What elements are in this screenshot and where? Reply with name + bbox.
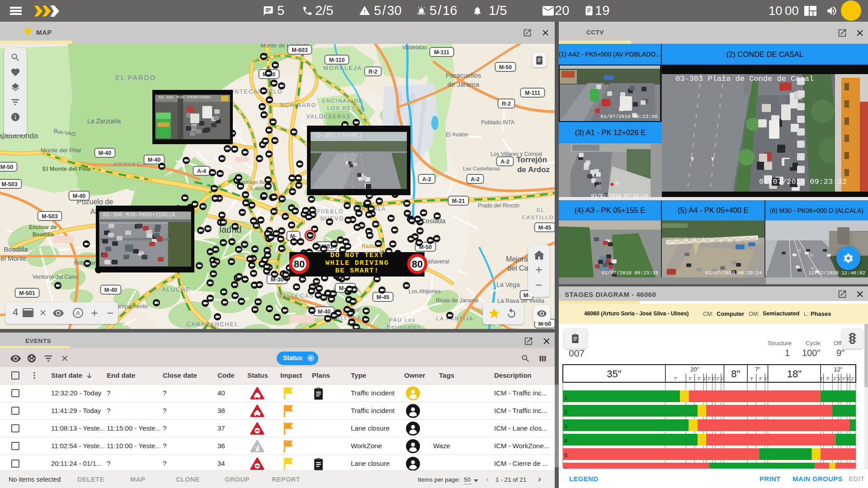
- svg-text:M-110: M-110: [329, 57, 345, 63]
- svg-text:Torrejón: Torrejón: [516, 155, 547, 164]
- svg-text:BE SMART!: BE SMART!: [335, 267, 379, 275]
- svg-text:2: 2: [564, 408, 567, 415]
- svg-text:3": 3": [697, 376, 701, 381]
- svg-text:R-2: R-2: [368, 69, 377, 75]
- svg-text:A: A: [76, 310, 80, 316]
- svg-text:Prado del Rincón: Prado del Rincón: [478, 202, 519, 209]
- svg-text:CARABANCHEL: CARABANCHEL: [186, 321, 239, 328]
- svg-text:M-40: M-40: [73, 193, 86, 199]
- svg-text:3": 3": [826, 376, 830, 381]
- svg-text:VALLECAS: VALLECAS: [278, 293, 314, 299]
- svg-text:Berrocales: Berrocales: [387, 324, 421, 329]
- svg-text:18": 18": [787, 368, 802, 380]
- svg-text:M-50: M-50: [0, 164, 14, 170]
- svg-text:La Vega: La Vega: [496, 281, 520, 288]
- svg-text:3": 3": [759, 376, 763, 381]
- svg-text:1: 1: [564, 394, 567, 401]
- svg-text:Paracuellos: Paracuellos: [446, 71, 481, 79]
- svg-text:M-111: M-111: [434, 49, 449, 56]
- svg-text:M-30: M-30: [271, 277, 284, 283]
- svg-text:Poblado INTA: Poblado INTA: [481, 119, 514, 126]
- svg-text:de Jarama: de Jarama: [448, 80, 480, 88]
- svg-text:NCHINARO: NCHINARO: [280, 102, 316, 108]
- svg-text:Boadilla: Boadilla: [33, 231, 54, 238]
- svg-text:El Monte del Pilar: El Monte del Pilar: [42, 165, 91, 172]
- svg-text:DO NOT TEXT: DO NOT TEXT: [330, 251, 384, 259]
- svg-text:A-2: A-2: [414, 197, 418, 198]
- svg-text:3": 3": [689, 376, 692, 381]
- svg-text:VALDEBEBAS: VALDEBEBAS: [307, 113, 351, 120]
- svg-text:3: 3: [564, 423, 567, 430]
- svg-text:Ventorro del Cano: Ventorro del Cano: [33, 274, 78, 280]
- svg-text:La Zarzuela: La Zarzuela: [87, 117, 121, 125]
- svg-text:Rivas de Jarama: Rivas de Jarama: [436, 297, 478, 304]
- svg-text:12": 12": [834, 366, 843, 373]
- svg-text:PUEBLO: PUEBLO: [316, 208, 344, 215]
- svg-text:A-2: A-2: [500, 159, 509, 165]
- svg-text:PAU Los: PAU Los: [389, 317, 416, 323]
- svg-text:M-40: M-40: [148, 157, 161, 163]
- svg-text:M-45: M-45: [377, 294, 390, 300]
- svg-text:M-45: M-45: [538, 225, 552, 231]
- svg-text:2": 2": [842, 376, 846, 381]
- svg-text:M-501: M-501: [19, 290, 35, 296]
- svg-text:12/02/2020 12:46:02: 12/02/2020 12:46:02: [809, 270, 865, 276]
- svg-text:de Ardoz: de Ardoz: [517, 165, 550, 174]
- svg-text:ALUCHE: ALUCHE: [162, 286, 191, 293]
- svg-text:el Monte: el Monte: [0, 254, 27, 262]
- svg-text:Coslada: Coslada: [420, 217, 446, 225]
- svg-text:Valdelatas: Valdelatas: [402, 44, 427, 51]
- svg-text:M-50: M-50: [499, 64, 512, 70]
- svg-text:M-40: M-40: [99, 150, 112, 156]
- svg-text:EL PARDO: EL PARDO: [115, 74, 156, 81]
- svg-text:4: 4: [564, 437, 567, 444]
- svg-text:2": 2": [708, 376, 711, 381]
- svg-text:35": 35": [607, 368, 621, 380]
- svg-text:MORALEJA: MORALEJA: [323, 65, 362, 71]
- svg-text:2": 2": [834, 376, 837, 381]
- svg-text:M-21: M-21: [452, 198, 465, 204]
- svg-text:El Avalon: El Avalon: [446, 131, 468, 138]
- svg-text:7": 7": [674, 376, 678, 381]
- svg-text:01/07/2019 09:23:38: 01/07/2019 09:23:38: [601, 114, 657, 119]
- svg-text:A-2: A-2: [422, 176, 431, 183]
- svg-text:M-503: M-503: [1, 181, 17, 188]
- svg-text:A-4: A-4: [197, 168, 206, 174]
- svg-text:7": 7": [755, 366, 760, 373]
- svg-text:15-302 (9+90E): 15-302 (9+90E): [314, 132, 362, 139]
- svg-text:20": 20": [690, 366, 699, 373]
- svg-text:WHILE DRIVING: WHILE DRIVING: [326, 259, 389, 267]
- svg-text:01/07/2019 00:23:35: 01/07/2019 00:23:35: [602, 270, 658, 276]
- svg-text:Encinar de: Encinar de: [29, 224, 57, 230]
- svg-text:Las Castellanas: Las Castellanas: [463, 166, 500, 171]
- svg-text:ENCINAR DE: ENCINAR DE: [322, 98, 363, 103]
- svg-text:03-306 M30-PK09+150C(A: 03-306 M30-PK09+150C(A: [103, 212, 175, 218]
- svg-text:Boadilla: Boadilla: [4, 245, 28, 253]
- svg-text:LA PARTIJA: LA PARTIJA: [436, 316, 474, 321]
- svg-text:01/07/2019 08:29:24: 01/07/2019 08:29:24: [705, 270, 762, 276]
- svg-text:M-40: M-40: [318, 309, 331, 315]
- svg-text:ARAVACA: ARAVACA: [113, 161, 146, 168]
- svg-text:M-40: M-40: [104, 287, 118, 293]
- svg-text:A-2: A-2: [471, 176, 480, 183]
- svg-text:CASTILLO: CASTILLO: [522, 215, 554, 220]
- svg-text:R-2: R-2: [502, 101, 511, 107]
- svg-text:M-503: M-503: [42, 213, 57, 220]
- svg-text:Monte del Pilar: Monte del Pilar: [41, 147, 82, 154]
- svg-text:LOS REYES: LOS REYES: [327, 105, 364, 111]
- svg-text:8": 8": [731, 368, 740, 380]
- svg-text:5: 5: [564, 452, 567, 459]
- svg-text:3": 3": [750, 376, 754, 381]
- svg-text:80: 80: [412, 258, 423, 270]
- svg-text:M-603: M-603: [292, 47, 307, 53]
- svg-text:M-111: M-111: [525, 90, 540, 96]
- svg-text:Los Ahijones: Los Ahijones: [409, 288, 441, 295]
- svg-text:2": 2": [717, 376, 720, 381]
- svg-text:EL: EL: [537, 207, 545, 213]
- svg-text:1": 1": [712, 376, 716, 381]
- svg-text:16-302 M30-PK00+000C: 16-302 M30-PK00+000C: [158, 95, 211, 100]
- svg-text:S dium: S dium: [250, 186, 265, 191]
- svg-text:80: 80: [294, 258, 305, 270]
- svg-text:2": 2": [851, 376, 855, 381]
